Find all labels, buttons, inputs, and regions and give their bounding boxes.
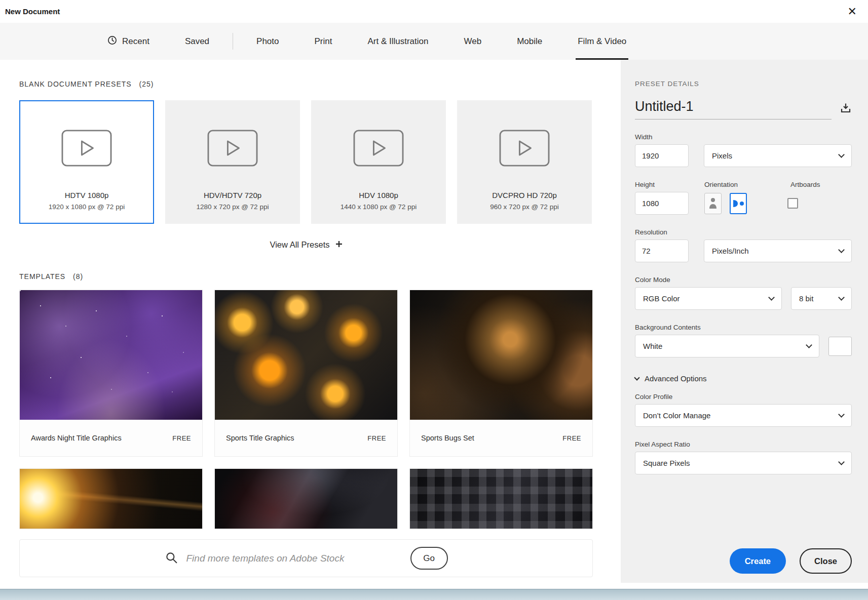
bit-depth-select[interactable]: 8 bit bbox=[791, 287, 852, 310]
free-badge: FREE bbox=[562, 434, 581, 442]
view-all-presets-button[interactable]: View All Presets bbox=[270, 240, 343, 250]
chevron-down-icon bbox=[838, 247, 845, 253]
width-label: Width bbox=[635, 133, 852, 141]
tab-art-illustration[interactable]: Art & Illustration bbox=[367, 23, 428, 60]
resolution-unit-select[interactable]: Pixels/Inch bbox=[704, 239, 852, 262]
resolution-row: Pixels/Inch bbox=[635, 239, 852, 262]
preset-spec: 1440 x 1080 px @ 72 ppi bbox=[341, 203, 417, 211]
tab-label: Film & Video bbox=[578, 36, 626, 47]
tab-label: Art & Illustration bbox=[367, 36, 428, 47]
background-contents-label: Background Contents bbox=[635, 324, 852, 331]
advanced-options-label: Advanced Options bbox=[645, 374, 707, 383]
preset-card-hdv-hdtv-720p[interactable]: HDV/HDTV 720p 1280 x 720 px @ 72 ppi bbox=[165, 100, 300, 224]
background-color-swatch[interactable] bbox=[828, 337, 852, 356]
tab-mobile[interactable]: Mobile bbox=[517, 23, 542, 60]
free-badge: FREE bbox=[172, 434, 191, 442]
save-preset-icon[interactable] bbox=[840, 102, 852, 119]
width-unit-select[interactable]: Pixels bbox=[704, 144, 852, 167]
play-icon bbox=[61, 130, 112, 169]
tab-web[interactable]: Web bbox=[464, 23, 481, 60]
tab-photo[interactable]: Photo bbox=[256, 23, 279, 60]
tab-recent[interactable]: Recent bbox=[107, 23, 149, 60]
template-name: Sports Title Graphics bbox=[226, 434, 294, 442]
template-label-row: Sports Bugs Set FREE bbox=[410, 420, 592, 456]
template-grid: Awards Night Title Graphics FREE Sports … bbox=[19, 290, 593, 457]
select-value: 8 bit bbox=[799, 294, 813, 303]
orientation-group bbox=[704, 193, 747, 214]
background-contents-row: White bbox=[635, 335, 852, 357]
document-name-field[interactable]: Untitled-1 bbox=[635, 99, 832, 119]
advanced-options-toggle[interactable]: Advanced Options bbox=[635, 374, 852, 383]
template-card-sports-bugs[interactable]: Sports Bugs Set FREE bbox=[409, 290, 593, 457]
artboards-checkbox[interactable] bbox=[787, 198, 798, 209]
chevron-down-icon bbox=[838, 151, 845, 158]
document-name-input[interactable]: Untitled-1 bbox=[635, 99, 832, 114]
preset-card-dvcpro-hd-720p[interactable]: DVCPRO HD 720p 960 x 720 px @ 72 ppi bbox=[457, 100, 592, 224]
new-document-dialog: New Document ✕ Recent Saved Photo Print … bbox=[0, 0, 868, 600]
tab-label: Recent bbox=[122, 36, 149, 47]
chevron-down-icon bbox=[634, 375, 639, 380]
select-value: Pixels bbox=[712, 151, 732, 160]
template-label-row: Awards Night Title Graphics FREE bbox=[20, 420, 202, 456]
tab-divider bbox=[233, 33, 233, 50]
template-thumbnail bbox=[215, 290, 397, 420]
template-thumbnail bbox=[20, 290, 202, 420]
resolution-input[interactable] bbox=[635, 239, 689, 262]
width-input[interactable] bbox=[635, 144, 689, 167]
preset-card-hdtv-1080p[interactable]: HDTV 1080p 1920 x 1080 px @ 72 ppi bbox=[19, 100, 154, 224]
color-profile-select[interactable]: Don’t Color Manage bbox=[635, 404, 852, 427]
tab-print[interactable]: Print bbox=[315, 23, 332, 60]
clock-icon bbox=[107, 35, 117, 48]
orientation-label: Orientation bbox=[704, 181, 790, 188]
height-label: Height bbox=[635, 181, 704, 188]
template-card-awards-night[interactable]: Awards Night Title Graphics FREE bbox=[19, 290, 203, 457]
chevron-down-icon bbox=[838, 459, 845, 465]
template-thumbnail[interactable] bbox=[214, 468, 398, 529]
category-tabs: Recent Saved Photo Print Art & Illustrat… bbox=[0, 23, 868, 60]
preset-spec: 1280 x 720 px @ 72 ppi bbox=[197, 203, 269, 211]
document-name-row: Untitled-1 bbox=[635, 99, 852, 119]
orientation-portrait-button[interactable] bbox=[704, 193, 722, 214]
create-button[interactable]: Create bbox=[730, 548, 786, 574]
resolution-label: Resolution bbox=[635, 228, 852, 236]
template-thumbnail[interactable] bbox=[19, 468, 203, 529]
background-contents-select[interactable]: White bbox=[635, 335, 819, 357]
preset-grid: HDTV 1080p 1920 x 1080 px @ 72 ppi HDV/H… bbox=[19, 100, 593, 224]
preset-name: HDV 1080p bbox=[359, 191, 398, 199]
color-mode-label: Color Mode bbox=[635, 276, 852, 284]
height-row bbox=[635, 192, 852, 215]
search-input[interactable] bbox=[186, 553, 402, 564]
play-icon bbox=[353, 130, 404, 169]
color-mode-select[interactable]: RGB Color bbox=[635, 287, 782, 310]
template-card-sports-title[interactable]: Sports Title Graphics FREE bbox=[214, 290, 398, 457]
template-thumbnail[interactable] bbox=[409, 468, 593, 529]
close-button[interactable]: Close bbox=[800, 548, 852, 574]
go-button[interactable]: Go bbox=[410, 547, 448, 570]
window-bottom-strip bbox=[0, 589, 868, 600]
orientation-landscape-button[interactable] bbox=[730, 193, 747, 214]
view-all-row: View All Presets bbox=[19, 240, 593, 250]
play-icon bbox=[499, 130, 550, 169]
preset-spec: 960 x 720 px @ 72 ppi bbox=[490, 203, 558, 211]
close-icon[interactable]: ✕ bbox=[848, 6, 857, 17]
pixel-aspect-ratio-select[interactable]: Square Pixels bbox=[635, 452, 852, 474]
chevron-down-icon bbox=[838, 294, 845, 301]
tab-label: Print bbox=[315, 36, 332, 47]
select-value: Don’t Color Manage bbox=[643, 411, 710, 420]
preset-name: HDV/HDTV 720p bbox=[204, 191, 261, 199]
width-row: Pixels bbox=[635, 144, 852, 167]
height-input[interactable] bbox=[635, 192, 689, 215]
plus-icon bbox=[335, 240, 343, 250]
preset-card-hdv-1080p[interactable]: HDV 1080p 1440 x 1080 px @ 72 ppi bbox=[311, 100, 446, 224]
tab-label: Web bbox=[464, 36, 481, 47]
title-bar: New Document ✕ bbox=[0, 0, 868, 23]
template-label-row: Sports Title Graphics FREE bbox=[215, 420, 397, 456]
tab-saved[interactable]: Saved bbox=[185, 23, 209, 60]
select-value: White bbox=[643, 342, 662, 350]
tab-film-video[interactable]: Film & Video bbox=[578, 23, 626, 60]
color-mode-row: RGB Color 8 bit bbox=[635, 287, 852, 310]
height-labels-row: Height Orientation Artboards bbox=[635, 181, 852, 188]
stock-search-bar: Go bbox=[19, 539, 593, 577]
select-value: RGB Color bbox=[643, 294, 680, 303]
tab-label: Mobile bbox=[517, 36, 542, 47]
